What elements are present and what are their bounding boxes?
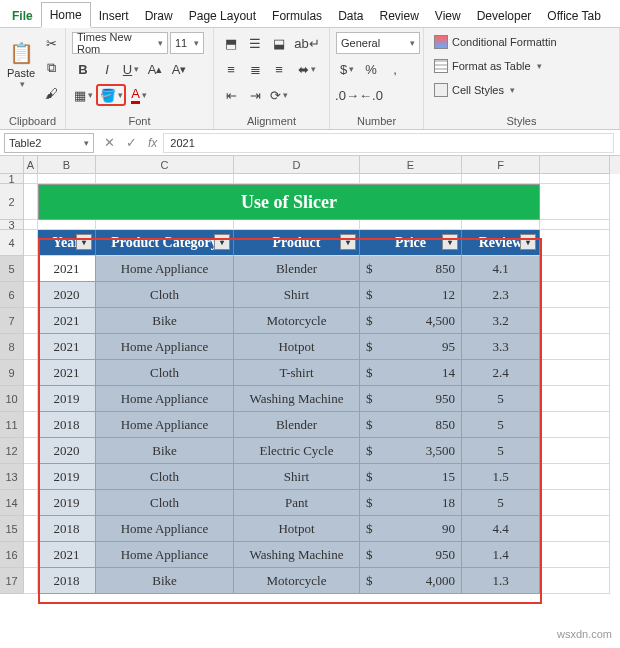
shrink-font-button[interactable]: A▾ [168,58,190,80]
table-row[interactable]: 2018 Bike Motorcycle $4,000 1.3 [24,568,620,594]
tab-data[interactable]: Data [330,4,371,27]
table-row[interactable]: 2018 Home Appliance Blender $850 5 [24,412,620,438]
select-all-corner[interactable] [0,156,24,174]
row-12[interactable]: 12 [0,438,24,464]
cell-category[interactable]: Cloth [96,282,234,308]
row-13[interactable]: 13 [0,464,24,490]
italic-button[interactable]: I [96,58,118,80]
cell-price[interactable]: $12 [360,282,462,308]
currency-button[interactable]: $▾ [336,58,358,80]
cell-product[interactable]: Hotpot [234,516,360,542]
cell-year[interactable]: 2019 [38,464,96,490]
cell-price[interactable]: $950 [360,386,462,412]
row-15[interactable]: 15 [0,516,24,542]
orientation-button[interactable]: ⟳▾ [268,84,290,106]
tab-developer[interactable]: Developer [469,4,540,27]
bold-button[interactable]: B [72,58,94,80]
copy-button[interactable]: ⧉ [40,57,62,79]
cell-category[interactable]: Bike [96,308,234,334]
cell-review[interactable]: 5 [462,490,540,516]
row-10[interactable]: 10 [0,386,24,412]
cell-review[interactable]: 2.3 [462,282,540,308]
cell-category[interactable]: Home Appliance [96,542,234,568]
comma-button[interactable]: , [384,58,406,80]
table-row[interactable]: 2019 Home Appliance Washing Machine $950… [24,386,620,412]
cell-year[interactable]: 2021 [38,542,96,568]
row-7[interactable]: 7 [0,308,24,334]
col-B[interactable]: B [38,156,96,174]
align-top-button[interactable]: ⬒ [220,32,242,54]
cell-review[interactable]: 1.4 [462,542,540,568]
cell-category[interactable]: Home Appliance [96,412,234,438]
tab-page-layout[interactable]: Page Layout [181,4,264,27]
cancel-icon[interactable]: ✕ [98,132,120,154]
cell-price[interactable]: $950 [360,542,462,568]
cell-review[interactable]: 4.1 [462,256,540,282]
number-format-combo[interactable]: General▾ [336,32,420,54]
cell-product[interactable]: Motorcycle [234,568,360,594]
filter-icon[interactable]: ▾ [340,234,356,250]
tab-file[interactable]: File [4,4,41,27]
cut-button[interactable]: ✂ [40,32,62,54]
formula-input[interactable]: 2021 [163,133,614,153]
cell-year[interactable]: 2018 [38,412,96,438]
row-2[interactable]: 2 [0,184,24,220]
increase-indent-button[interactable]: ⇥ [244,84,266,106]
cell-category[interactable]: Home Appliance [96,386,234,412]
cell-review[interactable]: 5 [462,438,540,464]
row-5[interactable]: 5 [0,256,24,282]
cell-price[interactable]: $850 [360,412,462,438]
cell-review[interactable]: 3.2 [462,308,540,334]
cell-category[interactable]: Bike [96,568,234,594]
cell-category[interactable]: Home Appliance [96,516,234,542]
cell-year[interactable]: 2019 [38,490,96,516]
th-price[interactable]: Price▾ [360,230,462,256]
table-row[interactable]: 2020 Cloth Shirt $12 2.3 [24,282,620,308]
merge-button[interactable]: ⬌▾ [292,58,322,80]
align-middle-button[interactable]: ☰ [244,32,266,54]
name-box[interactable]: Table2▾ [4,133,94,153]
cell-year[interactable]: 2021 [38,308,96,334]
cell-year[interactable]: 2021 [38,334,96,360]
tab-review[interactable]: Review [371,4,426,27]
align-right-button[interactable]: ≡ [268,58,290,80]
align-left-button[interactable]: ≡ [220,58,242,80]
col-F[interactable]: F [462,156,540,174]
cell-product[interactable]: Shirt [234,282,360,308]
cell-product[interactable]: T-shirt [234,360,360,386]
tab-formulas[interactable]: Formulas [264,4,330,27]
enter-icon[interactable]: ✓ [120,132,142,154]
fill-color-button[interactable]: 🪣▾ [96,84,126,106]
table-row[interactable]: 2021 Home Appliance Blender $850 4.1 [24,256,620,282]
table-row[interactable]: 2021 Home Appliance Washing Machine $950… [24,542,620,568]
cell-product[interactable]: Electric Cycle [234,438,360,464]
align-bottom-button[interactable]: ⬓ [268,32,290,54]
cell-product[interactable]: Pant [234,490,360,516]
col-C[interactable]: C [96,156,234,174]
tab-insert[interactable]: Insert [91,4,137,27]
cell-price[interactable]: $15 [360,464,462,490]
wrap-text-button[interactable]: ab↵ [292,32,322,54]
cell-year[interactable]: 2018 [38,516,96,542]
row-1[interactable]: 1 [0,174,24,184]
font-name-combo[interactable]: Times New Rom▾ [72,32,168,54]
cell-category[interactable]: Bike [96,438,234,464]
tab-view[interactable]: View [427,4,469,27]
cell-product[interactable]: Washing Machine [234,386,360,412]
cell-year[interactable]: 2020 [38,282,96,308]
cell-review[interactable]: 3.3 [462,334,540,360]
cell-category[interactable]: Cloth [96,464,234,490]
cell-price[interactable]: $4,000 [360,568,462,594]
row-9[interactable]: 9 [0,360,24,386]
paste-button[interactable]: 📋 Paste ▾ [6,32,36,98]
th-year[interactable]: Year▾ [38,230,96,256]
cell-styles-button[interactable]: Cell Styles▾ [432,80,517,100]
font-color-button[interactable]: A▾ [128,84,150,106]
percent-button[interactable]: % [360,58,382,80]
cell-review[interactable]: 1.3 [462,568,540,594]
cell-year[interactable]: 2021 [38,256,96,282]
cells-area[interactable]: Use of Slicer Year▾ Product Category▾ Pr… [24,174,620,594]
cell-price[interactable]: $4,500 [360,308,462,334]
col-G[interactable] [540,156,610,174]
table-row[interactable]: 2019 Cloth Shirt $15 1.5 [24,464,620,490]
